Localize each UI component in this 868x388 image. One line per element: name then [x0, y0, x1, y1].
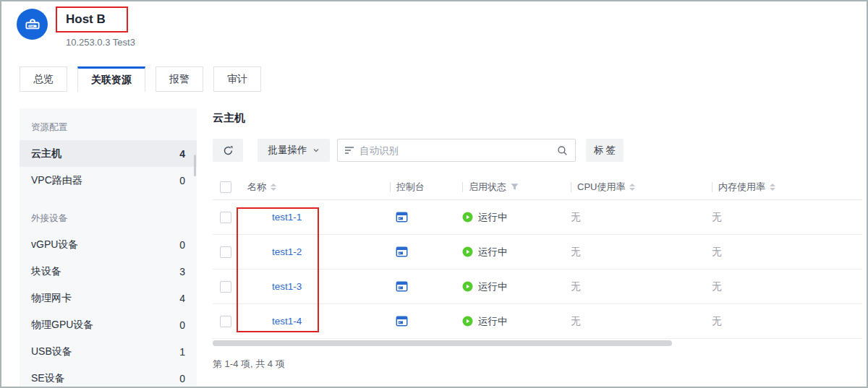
select-all-checkbox[interactable]	[220, 181, 231, 193]
sort-icon[interactable]	[629, 184, 635, 191]
sidebar-item-count: 4	[179, 148, 185, 160]
column-divider	[390, 182, 391, 192]
cpu-usage-value: 无	[571, 246, 712, 259]
sidebar-item-label: SE设备	[31, 372, 65, 385]
host-icon	[23, 15, 42, 34]
console-icon[interactable]	[396, 211, 408, 223]
column-divider	[712, 182, 712, 192]
column-label: CPU使用率	[577, 181, 625, 194]
sidebar-item-vm[interactable]: 云主机 4	[20, 140, 197, 167]
tag-button[interactable]: 标签	[586, 139, 624, 162]
main-panel: 云主机 批量操作	[213, 108, 862, 371]
row-checkbox[interactable]	[220, 316, 231, 327]
sort-icon[interactable]	[770, 184, 775, 191]
filter-funnel-icon[interactable]	[511, 183, 519, 191]
tab-related-resources[interactable]: 关联资源	[77, 66, 145, 92]
sidebar-item-physical-nic[interactable]: 物理网卡 4	[20, 285, 197, 311]
status-badge: 运行中	[462, 246, 508, 259]
column-divider	[571, 182, 571, 192]
toolbar: 批量操作 标签	[213, 139, 862, 162]
table-row: test1-1 运行中 无 无	[213, 200, 862, 235]
column-header-memory[interactable]: 内存使用率	[712, 181, 862, 194]
column-label: 启用状态	[469, 181, 506, 194]
running-status-icon	[462, 281, 473, 292]
tab-bar: 总览 关联资源 报警 审计	[20, 66, 261, 92]
column-header-status[interactable]: 启用状态	[462, 181, 571, 194]
column-header-name[interactable]: 名称	[247, 181, 390, 194]
horizontal-scrollbar-thumb[interactable]	[213, 340, 672, 346]
sidebar-item-label: 块设备	[31, 265, 61, 278]
sidebar-group-resource-config: 资源配置	[20, 113, 197, 140]
sidebar-item-count: 4	[179, 293, 185, 304]
vm-name-link[interactable]: test1-4	[272, 316, 302, 327]
sidebar-item-label: 物理GPU设备	[31, 319, 93, 332]
host-avatar	[17, 9, 48, 40]
sidebar-item-count: 1	[179, 346, 185, 358]
vm-name-link[interactable]: test1-2	[272, 246, 302, 257]
console-icon[interactable]	[396, 246, 408, 258]
memory-usage-value: 无	[712, 246, 862, 259]
sidebar-item-count: 0	[179, 373, 185, 384]
sidebar-item-vgpu[interactable]: vGPU设备 0	[20, 231, 197, 258]
sidebar-item-count: 0	[179, 175, 185, 186]
sidebar-item-vpc-router[interactable]: VPC路由器 0	[20, 167, 197, 194]
vm-table: 名称 控制台 启用状态 CPU使用率 内存使用率	[213, 174, 862, 339]
row-checkbox[interactable]	[220, 212, 231, 223]
sidebar-item-label: 云主机	[31, 147, 61, 160]
sort-icon[interactable]	[271, 184, 276, 191]
vm-name-link[interactable]: test1-1	[272, 212, 302, 223]
table-row: test1-4 运行中 无 无	[213, 304, 862, 339]
sidebar-item-physical-gpu[interactable]: 物理GPU设备 0	[20, 311, 197, 338]
cpu-usage-value: 无	[571, 280, 712, 293]
cpu-usage-value: 无	[571, 315, 712, 328]
cpu-usage-value: 无	[571, 211, 712, 224]
vm-name-link[interactable]: test1-3	[272, 281, 302, 292]
horizontal-scrollbar	[213, 340, 862, 346]
sidebar: 资源配置 云主机 4 VPC路由器 0 外接设备 vGPU设备 0 块设备 3 …	[20, 108, 197, 387]
search-filter-icon	[345, 147, 354, 154]
row-checkbox[interactable]	[220, 281, 231, 293]
bulk-actions-button[interactable]: 批量操作	[258, 139, 330, 162]
tab-alarms[interactable]: 报警	[156, 66, 203, 92]
status-badge: 运行中	[462, 280, 508, 293]
tab-audit[interactable]: 审计	[213, 66, 261, 92]
column-label: 控制台	[396, 181, 425, 194]
status-text: 运行中	[478, 246, 508, 259]
pagination-summary: 第 1-4 项, 共 4 项	[213, 358, 862, 371]
running-status-icon	[462, 316, 473, 327]
sidebar-scrollbar-thumb[interactable]	[194, 155, 196, 176]
running-status-icon	[462, 212, 473, 223]
sidebar-item-label: vGPU设备	[31, 238, 78, 251]
sidebar-item-block-device[interactable]: 块设备 3	[20, 258, 197, 285]
section-title: 云主机	[213, 111, 862, 125]
column-header-console: 控制台	[390, 181, 462, 194]
sidebar-group-external-devices: 外接设备	[20, 204, 197, 231]
row-checkbox[interactable]	[220, 246, 231, 258]
search-icon[interactable]	[557, 145, 568, 156]
sidebar-item-count: 0	[179, 239, 185, 251]
status-text: 运行中	[478, 280, 508, 293]
sidebar-item-usb[interactable]: USB设备 1	[20, 338, 197, 365]
sidebar-item-count: 0	[179, 319, 185, 331]
page-title: Host B	[66, 12, 106, 27]
refresh-button[interactable]	[213, 139, 243, 162]
host-subtitle: 10.253.0.3 Test3	[66, 37, 135, 48]
status-badge: 运行中	[462, 211, 508, 224]
column-header-cpu[interactable]: CPU使用率	[571, 181, 712, 194]
table-header-row: 名称 控制台 启用状态 CPU使用率 内存使用率	[213, 174, 862, 200]
tab-overview[interactable]: 总览	[20, 66, 67, 92]
sidebar-item-label: 物理网卡	[31, 292, 72, 305]
status-badge: 运行中	[462, 315, 508, 328]
console-icon[interactable]	[396, 315, 408, 327]
sidebar-item-se[interactable]: SE设备 0	[20, 365, 197, 388]
sidebar-item-label: VPC路由器	[31, 174, 82, 187]
search-input[interactable]	[359, 145, 557, 156]
running-status-icon	[462, 246, 473, 257]
sidebar-item-count: 3	[179, 266, 185, 277]
console-icon[interactable]	[396, 280, 408, 293]
memory-usage-value: 无	[712, 280, 862, 293]
memory-usage-value: 无	[712, 315, 862, 328]
status-text: 运行中	[478, 315, 508, 328]
sidebar-item-label: USB设备	[31, 345, 72, 358]
search-box[interactable]	[337, 139, 576, 162]
